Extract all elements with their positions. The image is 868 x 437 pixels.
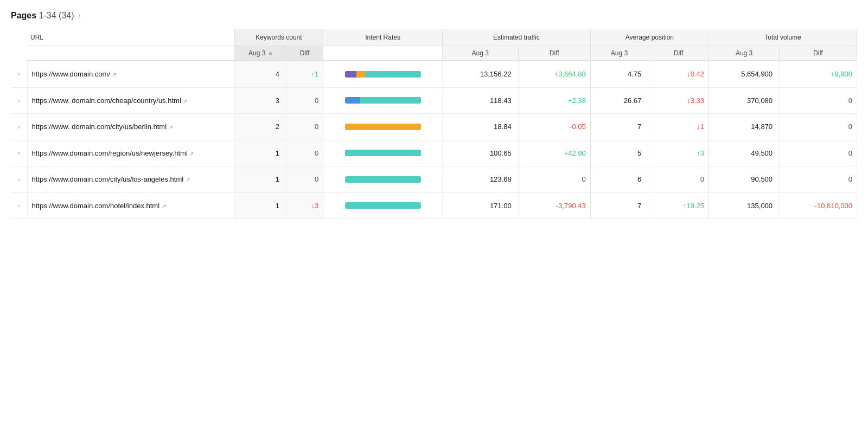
total-vol-diff-cell: 0 — [780, 166, 857, 193]
info-icon[interactable]: i — [79, 12, 80, 20]
keywords-diff-value: 0 — [315, 123, 318, 131]
bar-segment — [360, 97, 421, 104]
page-title: Pages 1-34 (34) — [11, 11, 74, 21]
keywords-aug3-cell: 1 — [234, 192, 286, 219]
url-cell: https://www. domain.com/cheap/country/us… — [27, 87, 234, 114]
avg-pos-aug3-cell: 7 — [590, 192, 648, 219]
intent-bar — [345, 176, 421, 183]
avg-pos-aug3-cell: 5 — [590, 140, 648, 166]
traffic-aug3-cell: 13,156.22 — [442, 61, 518, 87]
intent-cell — [323, 140, 443, 166]
total-vol-aug3-sub: Aug 3 — [709, 46, 780, 61]
url-cell: https://www.domain.com/region/us/newjers… — [27, 140, 234, 166]
bar-segment — [345, 202, 421, 209]
total-vol-aug3-cell: 14,870 — [709, 114, 780, 140]
table-row: ›https://www.domain.com/city/us/los-ange… — [11, 166, 857, 193]
avg-pos-aug3-cell: 4.75 — [590, 61, 648, 87]
bar-segment — [365, 71, 420, 78]
keywords-diff-value: 0 — [315, 149, 318, 157]
avg-pos-diff-sub: Diff — [648, 46, 709, 61]
keywords-aug3-cell: 1 — [234, 166, 286, 193]
intent-cell — [323, 166, 443, 193]
keywords-diff-cell: ↑1 — [286, 61, 323, 87]
external-link-icon[interactable]: ↗ — [183, 98, 187, 104]
url-text[interactable]: https://www. domain.com/cheap/country/us… — [32, 97, 181, 105]
url-text[interactable]: https://www. domain.com/city/us/berlin.h… — [32, 123, 167, 131]
expand-cell[interactable]: › — [11, 192, 27, 219]
avg-pos-diff-cell: ↑19.25 — [648, 192, 709, 219]
keywords-diff-value: ↑1 — [311, 70, 319, 78]
url-text[interactable]: https://www.domain.com/region/us/newjers… — [32, 149, 188, 157]
total-vol-diff-cell: -10,810,000 — [780, 192, 857, 219]
intent-bar — [345, 71, 421, 78]
intent-bar — [345, 202, 421, 209]
pages-table: URL Keywords count Intent Rates Estimate… — [11, 29, 857, 219]
page-total: (34) — [59, 11, 74, 20]
avg-pos-diff-cell: ↓0.42 — [648, 61, 709, 87]
total-vol-diff-value: 0 — [848, 123, 852, 131]
bar-segment — [345, 124, 421, 130]
keywords-diff-value: ↓3 — [311, 202, 319, 210]
total-vol-diff-sub: Diff — [780, 46, 857, 61]
expand-cell[interactable]: › — [11, 87, 27, 114]
avg-pos-aug3-sub: Aug 3 — [590, 46, 648, 61]
avg-pos-aug3-cell: 26.67 — [590, 87, 648, 114]
keywords-diff-cell: 0 — [286, 87, 323, 114]
external-link-icon[interactable]: ↗ — [186, 177, 190, 183]
traffic-diff-cell: +3,664.88 — [518, 61, 590, 87]
total-vol-diff-cell: 0 — [780, 140, 857, 166]
keywords-diff-value: 0 — [315, 175, 318, 183]
avg-pos-diff-cell: ↑3 — [648, 140, 709, 166]
expand-sub-header — [11, 46, 27, 61]
expand-cell[interactable]: › — [11, 114, 27, 140]
url-cell: https://www.domain.com/hotel/index.html … — [27, 192, 234, 219]
expand-col-header — [11, 29, 27, 46]
avg-pos-diff-value: ↓3.33 — [687, 97, 704, 105]
url-cell: https://www. domain.com/city/us/berlin.h… — [27, 114, 234, 140]
traffic-diff-value: +2.38 — [568, 97, 586, 105]
external-link-icon[interactable]: ↗ — [162, 203, 166, 209]
total-vol-diff-cell: 0 — [780, 87, 857, 114]
keywords-diff-value: 0 — [315, 97, 318, 105]
keywords-diff-sub: Diff — [286, 46, 323, 61]
traffic-diff-cell: +2.38 — [518, 87, 590, 114]
traffic-aug3-cell: 100.65 — [442, 140, 518, 166]
intent-sub-header — [323, 46, 443, 61]
traffic-diff-value: +3,664.88 — [554, 70, 586, 78]
avg-pos-diff-value: ↑3 — [697, 149, 704, 157]
total-vol-diff-value: 0 — [848, 97, 852, 105]
table-row: ›https://www. domain.com/cheap/country/u… — [11, 87, 857, 114]
avg-pos-aug3-cell: 6 — [590, 166, 648, 193]
external-link-icon[interactable]: ↗ — [112, 72, 117, 78]
url-text[interactable]: https://www.domain.com/city/us/los-angel… — [32, 175, 184, 183]
traffic-aug3-cell: 118.43 — [442, 87, 518, 114]
avg-pos-col-header: Average position — [590, 29, 709, 46]
intent-cell — [323, 87, 443, 114]
avg-pos-diff-value: ↓0.42 — [687, 70, 704, 78]
url-text[interactable]: https://www.domain.com/ — [32, 70, 111, 78]
intent-bar — [345, 150, 421, 156]
total-vol-aug3-cell: 135,000 — [709, 192, 780, 219]
avg-pos-diff-cell: 0 — [648, 166, 709, 193]
expand-cell[interactable]: › — [11, 61, 27, 87]
bar-segment — [345, 97, 360, 104]
expand-cell[interactable]: › — [11, 166, 27, 193]
main-header-row: URL Keywords count Intent Rates Estimate… — [11, 29, 857, 46]
keywords-aug3-cell: 4 — [234, 61, 286, 87]
external-link-icon[interactable]: ↗ — [169, 124, 173, 130]
total-vol-diff-value: -10,810,000 — [815, 202, 852, 210]
keywords-aug3-cell: 2 — [234, 114, 286, 140]
keywords-col-header: Keywords count — [234, 29, 323, 46]
table-row: ›https://www.domain.com/ ↗4↑113,156.22+3… — [11, 61, 857, 87]
total-vol-diff-value: 0 — [848, 175, 852, 183]
traffic-aug3-cell: 123.68 — [442, 166, 518, 193]
expand-cell[interactable]: › — [11, 140, 27, 166]
traffic-diff-cell: -0.05 — [518, 114, 590, 140]
keywords-aug3-cell: 1 — [234, 140, 286, 166]
traffic-diff-value: -0.05 — [570, 123, 586, 131]
external-link-icon[interactable]: ↗ — [189, 151, 194, 157]
intent-cell — [323, 61, 443, 87]
intent-cell — [323, 114, 443, 140]
keywords-aug3-sub[interactable]: Aug 3 ≡ — [234, 46, 286, 61]
url-text[interactable]: https://www.domain.com/hotel/index.html — [32, 202, 160, 210]
